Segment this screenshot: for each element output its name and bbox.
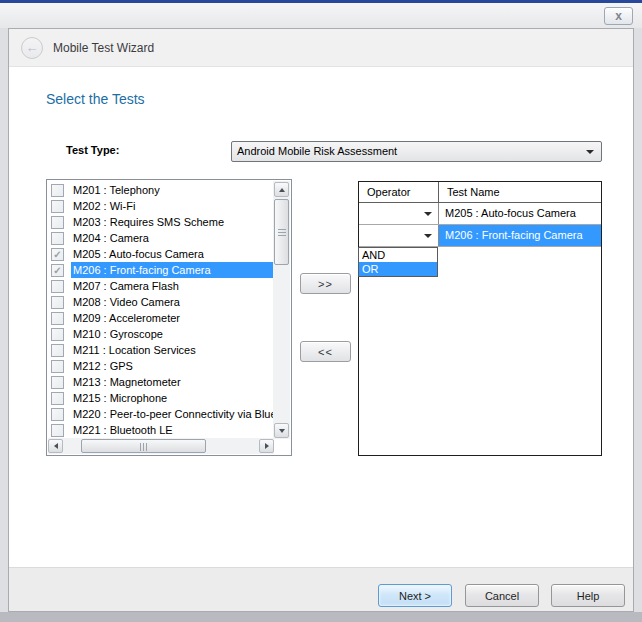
- list-item[interactable]: M211 : Location Services: [48, 342, 275, 358]
- test-name-cell[interactable]: M205 : Auto-focus Camera: [439, 203, 601, 224]
- list-item-label: M213 : Magnetometer: [71, 374, 275, 390]
- chevron-down-icon: [586, 150, 594, 154]
- scroll-left-button[interactable]: [48, 439, 63, 453]
- checkbox[interactable]: [51, 408, 64, 421]
- wizard-title: Mobile Test Wizard: [53, 41, 154, 55]
- list-item[interactable]: M201 : Telephony: [48, 182, 275, 198]
- chevron-down-icon: [424, 234, 432, 238]
- checkbox[interactable]: [51, 392, 64, 405]
- checkbox[interactable]: [51, 328, 64, 341]
- table-row[interactable]: M206 : Front-facing Camera: [359, 225, 601, 247]
- available-tests-list: M201 : TelephonyM202 : Wi-FiM203 : Requi…: [48, 181, 275, 439]
- checkbox[interactable]: [51, 312, 64, 325]
- checkbox[interactable]: ✓: [51, 264, 64, 277]
- list-item-label: M211 : Location Services: [71, 342, 275, 358]
- close-button[interactable]: x: [604, 7, 633, 25]
- operator-column-header: Operator: [359, 182, 439, 202]
- list-item[interactable]: M207 : Camera Flash: [48, 278, 275, 294]
- selected-tests-rows: M205 : Auto-focus CameraM206 : Front-fac…: [359, 203, 601, 247]
- checkbox[interactable]: [51, 376, 64, 389]
- wizard-dialog: ← Mobile Test Wizard Select the Tests Te…: [8, 28, 634, 612]
- back-arrow-icon: ←: [26, 40, 39, 55]
- operator-option[interactable]: AND: [359, 248, 437, 262]
- footer: Next > Cancel Help: [9, 567, 633, 611]
- list-item[interactable]: M220 : Peer-to-peer Connectivity via Blu…: [48, 406, 275, 422]
- list-item-label: M221 : Bluetooth LE: [71, 422, 275, 438]
- test-type-dropdown[interactable]: Android Mobile Risk Assessment: [231, 141, 602, 162]
- vertical-scrollbar-thumb[interactable]: [274, 199, 289, 265]
- test-name-column-header: Test Name: [439, 182, 601, 202]
- arrow-down-icon: [279, 429, 285, 433]
- list-item[interactable]: M221 : Bluetooth LE: [48, 422, 275, 438]
- list-item-label: M205 : Auto-focus Camera: [71, 246, 275, 262]
- horizontal-scrollbar[interactable]: [48, 438, 274, 454]
- list-item-label: M207 : Camera Flash: [71, 278, 275, 294]
- operator-dropdown-list: ANDOR: [358, 247, 438, 277]
- checkbox[interactable]: [51, 296, 64, 309]
- help-button[interactable]: Help: [551, 584, 625, 607]
- list-item[interactable]: M210 : Gyroscope: [48, 326, 275, 342]
- list-item-label: M220 : Peer-to-peer Connectivity via Blu…: [71, 406, 275, 422]
- checkbox[interactable]: [51, 216, 64, 229]
- list-item-label: M201 : Telephony: [71, 182, 275, 198]
- operator-option[interactable]: OR: [359, 262, 437, 276]
- arrow-left-icon: [54, 443, 58, 449]
- checkbox[interactable]: [51, 280, 64, 293]
- test-name-cell[interactable]: M206 : Front-facing Camera: [439, 225, 601, 246]
- list-item[interactable]: M202 : Wi-Fi: [48, 198, 275, 214]
- list-item-label: M204 : Camera: [71, 230, 275, 246]
- cancel-button[interactable]: Cancel: [465, 584, 539, 607]
- checkbox[interactable]: [51, 200, 64, 213]
- list-item[interactable]: M204 : Camera: [48, 230, 275, 246]
- scroll-right-button[interactable]: [259, 439, 274, 453]
- grip-icon: [278, 229, 286, 237]
- list-item-label: M212 : GPS: [71, 358, 275, 374]
- scroll-up-button[interactable]: [274, 182, 289, 197]
- list-item[interactable]: M215 : Microphone: [48, 390, 275, 406]
- checkbox[interactable]: [51, 184, 64, 197]
- list-item-label: M208 : Video Camera: [71, 294, 275, 310]
- horizontal-scrollbar-thumb[interactable]: [81, 439, 206, 453]
- list-item-label: M202 : Wi-Fi: [71, 198, 275, 214]
- wizard-window: x ← Mobile Test Wizard Select the Tests …: [0, 0, 642, 622]
- list-item-label: M210 : Gyroscope: [71, 326, 275, 342]
- remove-tests-button[interactable]: <<: [300, 341, 351, 362]
- list-item[interactable]: ✓M206 : Front-facing Camera: [48, 262, 275, 278]
- checkbox[interactable]: [51, 360, 64, 373]
- arrow-right-icon: [265, 443, 269, 449]
- test-type-value: Android Mobile Risk Assessment: [237, 145, 397, 157]
- list-item[interactable]: M212 : GPS: [48, 358, 275, 374]
- checkbox[interactable]: [51, 232, 64, 245]
- list-item-label: M206 : Front-facing Camera: [71, 262, 275, 278]
- list-item[interactable]: M203 : Requires SMS Scheme: [48, 214, 275, 230]
- list-item-label: M203 : Requires SMS Scheme: [71, 214, 275, 230]
- list-item-label: M209 : Accelerometer: [71, 310, 275, 326]
- page-heading: Select the Tests: [46, 91, 145, 107]
- table-row[interactable]: M205 : Auto-focus Camera: [359, 203, 601, 225]
- available-tests-listbox: M201 : TelephonyM202 : Wi-FiM203 : Requi…: [46, 179, 292, 456]
- checkbox[interactable]: ✓: [51, 248, 64, 261]
- selected-tests-header: Operator Test Name: [359, 182, 601, 203]
- add-tests-button[interactable]: >>: [300, 273, 351, 294]
- list-item-label: M215 : Microphone: [71, 390, 275, 406]
- arrow-up-icon: [279, 188, 285, 192]
- checkbox[interactable]: [51, 424, 64, 437]
- wizard-header: ← Mobile Test Wizard: [9, 29, 633, 67]
- next-button[interactable]: Next >: [378, 584, 452, 607]
- selected-tests-panel: Operator Test Name M205 : Auto-focus Cam…: [358, 181, 602, 456]
- operator-dropdown[interactable]: [359, 225, 439, 246]
- list-item[interactable]: ✓M205 : Auto-focus Camera: [48, 246, 275, 262]
- list-item[interactable]: M209 : Accelerometer: [48, 310, 275, 326]
- operator-dropdown[interactable]: [359, 203, 439, 224]
- grip-icon: [140, 443, 148, 451]
- list-item[interactable]: M208 : Video Camera: [48, 294, 275, 310]
- back-button[interactable]: ←: [21, 37, 43, 59]
- test-type-label: Test Type:: [66, 144, 119, 156]
- vertical-scrollbar[interactable]: [273, 181, 290, 439]
- checkbox[interactable]: [51, 344, 64, 357]
- scroll-down-button[interactable]: [274, 423, 289, 438]
- titlebar[interactable]: x: [0, 3, 642, 28]
- chevron-down-icon: [424, 212, 432, 216]
- window-bottom-border: [0, 612, 642, 622]
- list-item[interactable]: M213 : Magnetometer: [48, 374, 275, 390]
